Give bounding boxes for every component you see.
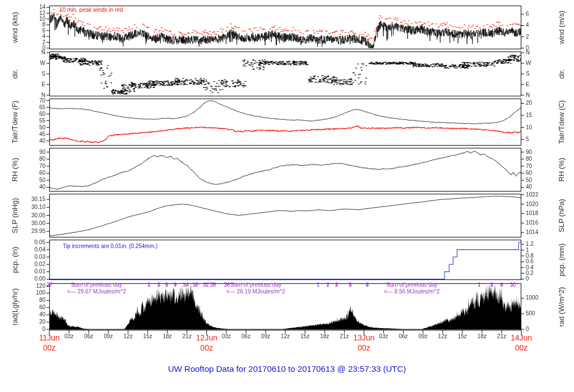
uw-rooftop-weather-plot: 024681012140246wind (kts)wind (m/s)NWSEN… bbox=[0, 0, 574, 392]
chart-canvas bbox=[0, 0, 574, 392]
plot-title: UW Rooftop Data for 20170610 to 20170613… bbox=[0, 364, 574, 374]
